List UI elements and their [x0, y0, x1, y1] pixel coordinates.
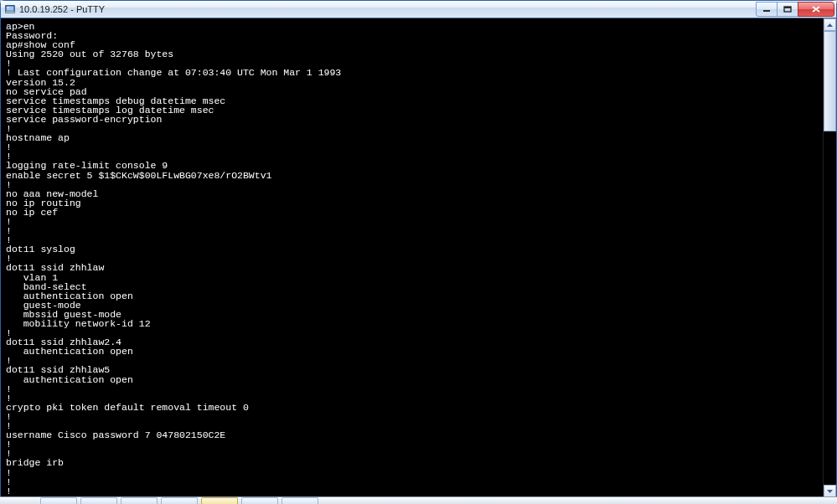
taskbar[interactable] — [0, 496, 837, 504]
svg-rect-1 — [7, 7, 14, 11]
scroll-up-button[interactable] — [824, 18, 836, 31]
taskbar-item[interactable] — [241, 497, 278, 504]
minimize-button[interactable] — [756, 2, 778, 17]
svg-rect-2 — [8, 7, 10, 8]
window-title: 10.0.19.252 - PuTTY — [19, 4, 105, 14]
taskbar-item[interactable] — [121, 497, 158, 504]
taskbar-item[interactable] — [40, 497, 77, 504]
taskbar-item[interactable] — [80, 497, 117, 504]
window-buttons — [757, 2, 834, 17]
vertical-scrollbar[interactable] — [823, 18, 835, 497]
svg-rect-4 — [763, 10, 770, 12]
scroll-down-button[interactable] — [824, 485, 836, 497]
titlebar[interactable]: 10.0.19.252 - PuTTY — [1, 1, 836, 18]
maximize-button[interactable] — [777, 2, 798, 17]
putty-icon — [4, 3, 16, 15]
terminal-output[interactable]: ap>en Password: ap#show conf Using 2520 … — [1, 18, 836, 497]
taskbar-item[interactable] — [161, 497, 198, 504]
svg-rect-6 — [784, 7, 791, 8]
terminal-text: ap>en Password: ap#show conf Using 2520 … — [6, 21, 341, 496]
close-button[interactable] — [798, 2, 834, 17]
taskbar-item[interactable] — [282, 497, 318, 504]
scrollbar-thumb[interactable] — [824, 31, 836, 131]
taskbar-item-active[interactable] — [201, 497, 238, 504]
svg-rect-3 — [6, 12, 15, 13]
putty-window: 10.0.19.252 - PuTTY ap>en Password: ap#s… — [0, 0, 837, 498]
